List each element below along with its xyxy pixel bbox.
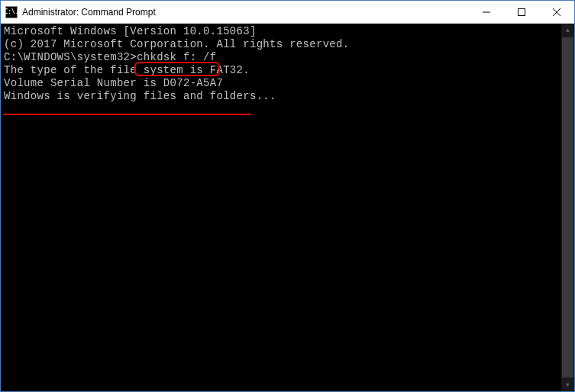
window-controls — [469, 1, 574, 23]
svg-rect-1 — [518, 8, 525, 15]
terminal-line: Windows is verifying files and folders..… — [4, 90, 571, 103]
minimize-button[interactable] — [469, 1, 504, 23]
vertical-scrollbar[interactable]: ▲ ▼ — [561, 24, 574, 391]
minimize-icon — [483, 8, 490, 16]
maximize-button[interactable] — [504, 1, 539, 23]
scrollbar-thumb[interactable] — [562, 37, 573, 378]
scroll-up-button[interactable]: ▲ — [561, 24, 574, 37]
terminal-line: Volume Serial Number is D072-A5A7 — [4, 77, 571, 90]
terminal-line: Microsoft Windows [Version 10.0.15063] — [4, 25, 571, 38]
command-prompt-window: C:\. Administrator: Command Prompt Micro… — [0, 0, 575, 392]
terminal-line: The type of the file system is FAT32. — [4, 64, 571, 77]
terminal-output[interactable]: Microsoft Windows [Version 10.0.15063] (… — [1, 24, 574, 391]
titlebar[interactable]: C:\. Administrator: Command Prompt — [1, 1, 574, 24]
app-icon: C:\. — [5, 6, 18, 18]
close-icon — [553, 8, 560, 16]
close-button[interactable] — [539, 1, 574, 23]
maximize-icon — [518, 8, 525, 16]
annotation-status-underline — [3, 114, 251, 115]
terminal-line-command: C:\WINDOWS\system32>chkdsk f: /f — [4, 51, 571, 64]
window-title: Administrator: Command Prompt — [22, 7, 469, 18]
scroll-down-button[interactable]: ▼ — [561, 378, 574, 391]
terminal-line: (c) 2017 Microsoft Corporation. All righ… — [4, 38, 571, 51]
